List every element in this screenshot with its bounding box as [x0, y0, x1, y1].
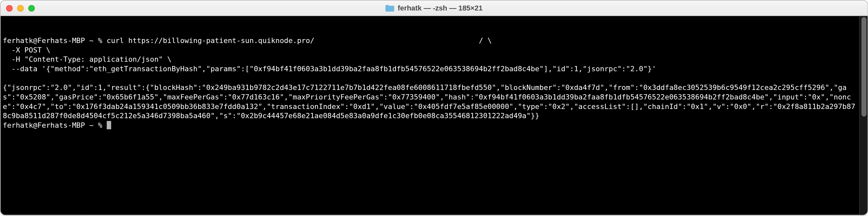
command-line-4: --data '{"method":"eth_getTransactionByH… — [3, 64, 858, 74]
response-output: {"jsonrpc":"2.0","id":1,"result":{"block… — [3, 83, 858, 120]
cursor-icon — [107, 121, 111, 129]
redacted-segment — [314, 36, 479, 45]
folder-icon — [385, 4, 394, 11]
prompt-line-2: ferhatk@Ferhats-MBP ~ % — [3, 120, 858, 130]
window-title-text: ferhatk — -zsh — 185×21 — [398, 4, 482, 12]
command-line-3: -H "Content-Type: application/json" \ — [3, 55, 858, 64]
command-line-1: ferhatk@Ferhats-MBP ~ % curl https://bil… — [3, 36, 858, 45]
terminal-window: ferhatk — -zsh — 185×21 ferhatk@Ferhats-… — [0, 0, 868, 215]
cmd-text-1b: / \ — [479, 36, 492, 45]
command-line-2: -X POST \ — [3, 45, 858, 55]
titlebar[interactable]: ferhatk — -zsh — 185×21 — [1, 1, 868, 16]
prompt: ferhatk@Ferhats-MBP ~ % — [3, 121, 106, 129]
minimize-icon[interactable] — [17, 5, 24, 11]
cmd-text-1a: curl https://billowing-patient-sun.quikn… — [107, 36, 314, 45]
close-icon[interactable] — [6, 5, 13, 11]
traffic-lights — [1, 5, 35, 11]
scrollbar[interactable] — [859, 16, 867, 215]
maximize-icon[interactable] — [28, 5, 35, 11]
terminal-content: ferhatk@Ferhats-MBP ~ % curl https://bil… — [3, 36, 865, 130]
window-title: ferhatk — -zsh — 185×21 — [1, 4, 868, 12]
blank-line — [3, 74, 858, 83]
terminal-body[interactable]: ferhatk@Ferhats-MBP ~ % curl https://bil… — [1, 16, 868, 215]
prompt: ferhatk@Ferhats-MBP ~ % — [3, 36, 106, 45]
scrollbar-thumb[interactable] — [861, 17, 866, 116]
